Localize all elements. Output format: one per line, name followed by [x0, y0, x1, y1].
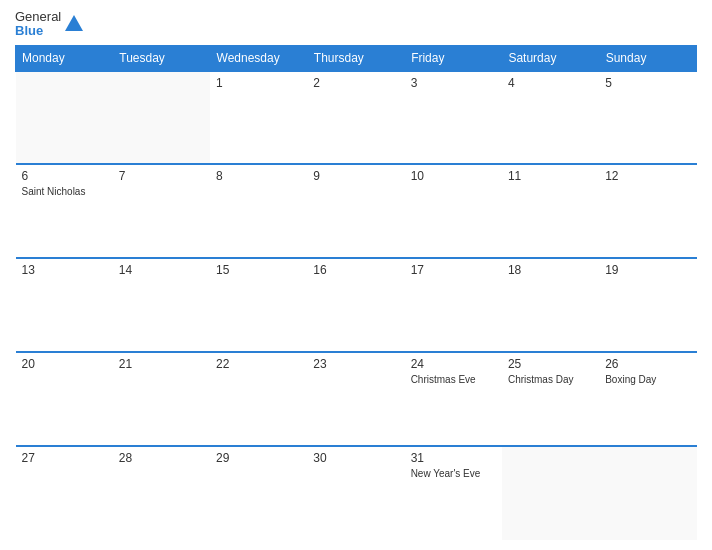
weekday-header-monday: Monday — [16, 45, 113, 71]
day-number: 23 — [313, 357, 398, 371]
logo-icon — [63, 13, 85, 35]
day-number: 7 — [119, 169, 204, 183]
day-number: 15 — [216, 263, 301, 277]
day-number: 17 — [411, 263, 496, 277]
calendar-day: 15 — [210, 258, 307, 352]
weekday-header-row: MondayTuesdayWednesdayThursdayFridaySatu… — [16, 45, 697, 71]
calendar-day: 7 — [113, 164, 210, 258]
calendar-day: 31New Year's Eve — [405, 446, 502, 540]
calendar-week-4: 2021222324Christmas Eve25Christmas Day26… — [16, 352, 697, 446]
calendar-day: 23 — [307, 352, 404, 446]
calendar-week-2: 6Saint Nicholas789101112 — [16, 164, 697, 258]
day-number: 28 — [119, 451, 204, 465]
calendar-day — [502, 446, 599, 540]
calendar-week-1: 12345 — [16, 71, 697, 165]
calendar-event: Boxing Day — [605, 373, 690, 386]
weekday-header-saturday: Saturday — [502, 45, 599, 71]
calendar-day: 6Saint Nicholas — [16, 164, 113, 258]
day-number: 9 — [313, 169, 398, 183]
calendar-event: Christmas Eve — [411, 373, 496, 386]
calendar-day: 28 — [113, 446, 210, 540]
calendar-day: 19 — [599, 258, 696, 352]
day-number: 20 — [22, 357, 107, 371]
calendar-event: Saint Nicholas — [22, 185, 107, 198]
weekday-header-sunday: Sunday — [599, 45, 696, 71]
weekday-header-tuesday: Tuesday — [113, 45, 210, 71]
day-number: 3 — [411, 76, 496, 90]
day-number: 5 — [605, 76, 690, 90]
day-number: 21 — [119, 357, 204, 371]
calendar-day: 18 — [502, 258, 599, 352]
day-number: 16 — [313, 263, 398, 277]
weekday-header-wednesday: Wednesday — [210, 45, 307, 71]
calendar-day: 21 — [113, 352, 210, 446]
calendar-day: 29 — [210, 446, 307, 540]
calendar-day — [16, 71, 113, 165]
calendar-day: 3 — [405, 71, 502, 165]
calendar-day: 26Boxing Day — [599, 352, 696, 446]
calendar-day: 20 — [16, 352, 113, 446]
calendar-day: 27 — [16, 446, 113, 540]
calendar-week-3: 13141516171819 — [16, 258, 697, 352]
day-number: 11 — [508, 169, 593, 183]
day-number: 1 — [216, 76, 301, 90]
day-number: 18 — [508, 263, 593, 277]
day-number: 25 — [508, 357, 593, 371]
calendar-table: MondayTuesdayWednesdayThursdayFridaySatu… — [15, 45, 697, 540]
calendar-day: 5 — [599, 71, 696, 165]
svg-marker-0 — [65, 15, 83, 31]
day-number: 19 — [605, 263, 690, 277]
calendar-day: 12 — [599, 164, 696, 258]
calendar-body: 123456Saint Nicholas78910111213141516171… — [16, 71, 697, 540]
day-number: 31 — [411, 451, 496, 465]
day-number: 12 — [605, 169, 690, 183]
calendar-day: 30 — [307, 446, 404, 540]
calendar-day: 13 — [16, 258, 113, 352]
day-number: 27 — [22, 451, 107, 465]
calendar-day: 17 — [405, 258, 502, 352]
calendar-event: New Year's Eve — [411, 467, 496, 480]
calendar-day: 11 — [502, 164, 599, 258]
calendar-day — [113, 71, 210, 165]
calendar-day: 9 — [307, 164, 404, 258]
day-number: 29 — [216, 451, 301, 465]
calendar-day: 4 — [502, 71, 599, 165]
day-number: 24 — [411, 357, 496, 371]
calendar-day: 1 — [210, 71, 307, 165]
day-number: 13 — [22, 263, 107, 277]
calendar-event: Christmas Day — [508, 373, 593, 386]
calendar-day: 24Christmas Eve — [405, 352, 502, 446]
weekday-header-friday: Friday — [405, 45, 502, 71]
calendar-day: 2 — [307, 71, 404, 165]
calendar-day: 16 — [307, 258, 404, 352]
calendar-day: 8 — [210, 164, 307, 258]
calendar-day: 14 — [113, 258, 210, 352]
day-number: 8 — [216, 169, 301, 183]
calendar-week-5: 2728293031New Year's Eve — [16, 446, 697, 540]
calendar-day — [599, 446, 696, 540]
day-number: 26 — [605, 357, 690, 371]
day-number: 22 — [216, 357, 301, 371]
day-number: 30 — [313, 451, 398, 465]
day-number: 10 — [411, 169, 496, 183]
logo: GeneralBlue — [15, 10, 85, 39]
day-number: 14 — [119, 263, 204, 277]
logo-blue-text: Blue — [15, 23, 43, 38]
day-number: 4 — [508, 76, 593, 90]
day-number: 2 — [313, 76, 398, 90]
calendar-day: 25Christmas Day — [502, 352, 599, 446]
calendar-day: 10 — [405, 164, 502, 258]
calendar-day: 22 — [210, 352, 307, 446]
day-number: 6 — [22, 169, 107, 183]
calendar-header: GeneralBlue — [15, 10, 697, 39]
weekday-header-thursday: Thursday — [307, 45, 404, 71]
